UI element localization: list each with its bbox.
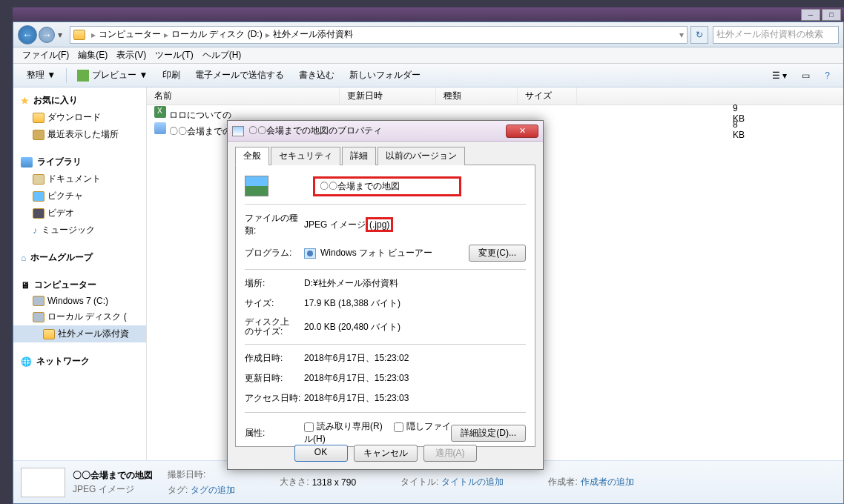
date-taken-label: 撮影日時: — [168, 468, 205, 481]
window-titlebar: ─ □ — [13, 7, 844, 22]
menu-bar: ファイル(F) 編集(E) 表示(V) ツール(T) ヘルプ(H) — [13, 47, 843, 64]
breadcrumb-drive[interactable]: ローカル ディスク (D:) — [171, 28, 263, 41]
view-options-icon[interactable]: ☰ ▾ — [765, 67, 794, 84]
menu-file[interactable]: ファイル(F) — [18, 47, 73, 63]
homegroup-header[interactable]: ⌂ホームグループ — [13, 249, 146, 266]
sidebar-cdrive[interactable]: Windows 7 (C:) — [13, 294, 146, 308]
title-value[interactable]: タイトルの追加 — [441, 476, 504, 488]
sidebar-recent[interactable]: 最近表示した場所 — [13, 126, 146, 143]
disksize-value: 20.0 KB (20,480 バイト) — [304, 321, 526, 334]
search-input[interactable]: 社外メール添付資料の検索 — [713, 26, 839, 44]
accessed-value: 2018年6月17日、15:23:03 — [304, 392, 526, 405]
sidebar-documents[interactable]: ドキュメント — [13, 170, 146, 188]
dialog-title: 〇〇会場までの地図のプロパティ — [248, 125, 382, 137]
apply-button[interactable]: 適用(A) — [423, 445, 477, 462]
dimensions-value: 1318 x 790 — [312, 477, 356, 488]
dialog-close-button[interactable]: ✕ — [506, 125, 538, 138]
menu-help[interactable]: ヘルプ(H) — [198, 47, 246, 63]
col-size[interactable]: サイズ — [518, 87, 577, 105]
filetype-label: ファイルの種類: — [245, 212, 304, 237]
sidebar-ddrive[interactable]: ローカル ディスク ( — [13, 308, 146, 325]
size-label: サイズ: — [245, 297, 304, 310]
breadcrumb-root[interactable]: コンピューター — [99, 28, 161, 41]
sidebar-current-folder[interactable]: 社外メール添付資 — [13, 325, 146, 342]
dimensions-label: 大きさ: — [280, 476, 309, 488]
sidebar-music[interactable]: ♪ミュージック — [13, 222, 146, 239]
print-button[interactable]: 印刷 — [155, 66, 188, 84]
minimize-button[interactable]: ─ — [801, 9, 820, 21]
email-button[interactable]: 電子メールで送信する — [188, 66, 291, 84]
title-label: タイトル: — [400, 476, 438, 488]
selected-file-name: 〇〇会場までの地図 — [73, 470, 153, 480]
computer-header[interactable]: 🖥コンピューター — [13, 276, 146, 294]
program-value: Windows フォト ビューアー — [320, 247, 432, 259]
folder-icon — [73, 30, 85, 40]
attributes-label: 属性: — [245, 427, 304, 440]
favorites-header[interactable]: ★お気に入り — [13, 92, 146, 109]
filename-field[interactable]: 〇〇会場までの地図 — [313, 176, 461, 196]
accessed-label: アクセス日時: — [245, 392, 304, 405]
tags-value[interactable]: タグの追加 — [191, 484, 235, 497]
burn-button[interactable]: 書き込む — [291, 66, 342, 84]
help-icon[interactable]: ? — [817, 67, 837, 84]
properties-dialog: 〇〇会場までの地図のプロパティ ✕ 全般 セキュリティ 詳細 以前のバージョン … — [227, 120, 544, 470]
menu-edit[interactable]: 編集(E) — [73, 47, 112, 63]
col-type[interactable]: 種類 — [436, 87, 518, 105]
cancel-button[interactable]: キャンセル — [354, 445, 418, 462]
author-value[interactable]: 作成者の追加 — [581, 476, 634, 488]
search-placeholder: 社外メール添付資料の検索 — [716, 28, 823, 41]
sidebar-videos[interactable]: ビデオ — [13, 205, 146, 222]
tab-general[interactable]: 全般 — [235, 147, 269, 165]
back-button[interactable]: ← — [18, 25, 37, 44]
created-label: 作成日時: — [245, 352, 304, 365]
menu-tools[interactable]: ツール(T) — [151, 47, 197, 63]
photo-viewer-icon — [304, 248, 316, 259]
maximize-button[interactable]: □ — [822, 9, 841, 21]
breadcrumb[interactable]: ▸ コンピューター ▸ ローカル ディスク (D:) ▸ 社外メール添付資料 ▾ — [70, 26, 688, 44]
refresh-button[interactable]: ↻ — [690, 26, 708, 44]
tags-label: タグ: — [168, 484, 188, 497]
tab-details[interactable]: 詳細 — [342, 147, 376, 165]
preview-pane-icon[interactable]: ▭ — [794, 67, 817, 84]
size-value: 17.9 KB (18,388 バイト) — [304, 297, 526, 310]
tab-previous[interactable]: 以前のバージョン — [378, 147, 465, 165]
file-preview-icon — [245, 176, 268, 196]
forward-button[interactable]: → — [39, 27, 55, 43]
history-dropdown-icon[interactable]: ▾ — [58, 30, 62, 40]
dialog-titlebar[interactable]: 〇〇会場までの地図のプロパティ ✕ — [228, 121, 543, 142]
col-date[interactable]: 更新日時 — [340, 87, 436, 105]
modified-value: 2018年6月17日、15:23:03 — [304, 372, 526, 385]
author-label: 作成者: — [548, 476, 577, 488]
organize-button[interactable]: 整理 ▼ — [19, 66, 63, 84]
selected-file-type: JPEG イメージ — [73, 483, 153, 496]
navigation-pane: ★お気に入り ダウンロード 最近表示した場所 ライブラリ ドキュメント ピクチャ… — [13, 87, 147, 460]
dialog-icon — [232, 126, 244, 136]
change-program-button[interactable]: 変更(C)... — [469, 245, 526, 262]
xls-icon — [154, 106, 166, 118]
network-header[interactable]: 🌐ネットワーク — [13, 353, 146, 370]
jpg-icon — [154, 122, 166, 134]
breadcrumb-folder[interactable]: 社外メール添付資料 — [273, 28, 353, 41]
program-label: プログラム: — [245, 247, 304, 259]
tab-content-general: 〇〇会場までの地図 ファイルの種類: JPEG イメージ (.jpg) プログラ… — [235, 165, 535, 447]
tab-security[interactable]: セキュリティ — [271, 147, 340, 165]
location-label: 場所: — [245, 277, 304, 290]
disksize-label: ディスク上 のサイズ: — [245, 317, 304, 336]
ok-button[interactable]: OK — [294, 445, 348, 462]
created-value: 2018年6月17日、15:23:02 — [304, 352, 526, 365]
col-name[interactable]: 名前 — [147, 87, 340, 105]
sidebar-downloads[interactable]: ダウンロード — [13, 109, 146, 126]
filetype-value: JPEG イメージ (.jpg) — [304, 219, 526, 231]
location-value: D:¥社外メール添付資料 — [304, 277, 526, 290]
advanced-button[interactable]: 詳細設定(D)... — [451, 425, 526, 442]
thumbnail — [21, 468, 65, 497]
dialog-tabs: 全般 セキュリティ 詳細 以前のバージョン — [235, 146, 535, 165]
newfolder-button[interactable]: 新しいフォルダー — [342, 66, 428, 84]
menu-view[interactable]: 表示(V) — [112, 47, 151, 63]
toolbar: 整理 ▼ プレビュー ▼ 印刷 電子メールで送信する 書き込む 新しいフォルダー… — [13, 64, 843, 87]
preview-button[interactable]: プレビュー ▼ — [70, 66, 155, 84]
modified-label: 更新日時: — [245, 372, 304, 385]
sidebar-pictures[interactable]: ピクチャ — [13, 188, 146, 205]
readonly-checkbox[interactable]: 読み取り専用(R) — [304, 421, 383, 431]
library-header[interactable]: ライブラリ — [13, 153, 146, 170]
